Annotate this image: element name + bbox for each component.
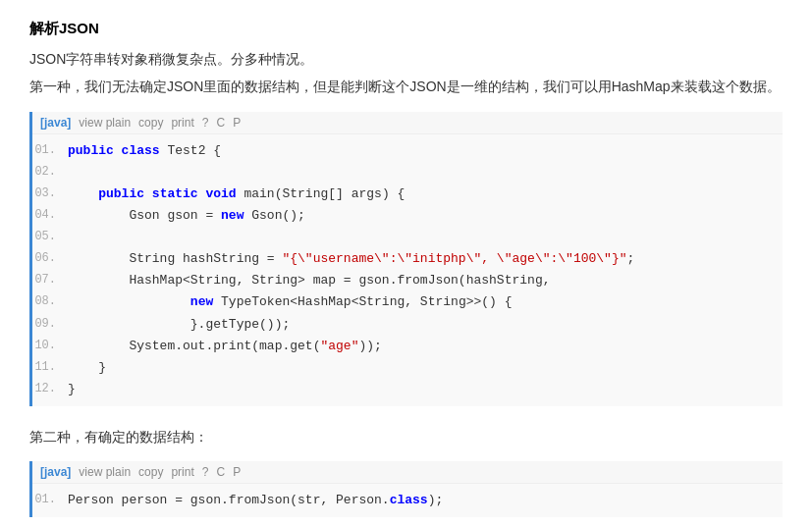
refresh-btn-2[interactable]: C [216, 465, 225, 479]
line-code: public class Test2 { [68, 140, 783, 162]
lang-tag-2: [java] [40, 465, 71, 479]
line-code: HashMap<String, String> map = gson.fromJ… [68, 270, 783, 291]
code-line: 08. new TypeToken<HashMap<String, String… [32, 291, 783, 313]
code-area-2: 01. Person person = gson.fromJson(str, P… [32, 484, 783, 517]
line-code: System.out.print(map.get("age")); [68, 336, 783, 357]
question-btn-1[interactable]: ? [202, 116, 209, 130]
code-block-1: [java] view plain copy print ? C P 01. p… [29, 112, 783, 406]
copy-btn-1[interactable]: copy [138, 116, 163, 130]
code-line: 04. Gson gson = new Gson(); [32, 205, 783, 227]
code-line: 03. public static void main(String[] arg… [32, 184, 783, 205]
code-line: 05. [32, 227, 783, 248]
line-num: 04. [32, 205, 68, 227]
line-code: }.getType()); [68, 314, 783, 336]
view-plain-btn-2[interactable]: view plain [79, 465, 131, 479]
code-line: 12. } [32, 379, 783, 400]
view-plain-btn-1[interactable]: view plain [79, 116, 131, 130]
line-code [68, 162, 783, 184]
line-num: 11. [32, 357, 68, 379]
lang-tag-1: [java] [40, 116, 71, 130]
code-line: 10. System.out.print(map.get("age")); [32, 336, 783, 357]
code-toolbar-2: [java] view plain copy print ? C P [32, 461, 783, 484]
code-line: 01. public class Test2 { [32, 140, 783, 162]
line-num: 12. [32, 379, 68, 400]
line-num: 06. [32, 248, 68, 270]
line-code: } [68, 379, 783, 400]
code-area-1: 01. public class Test2 { 02. 03. public … [32, 134, 783, 406]
line-num: 02. [32, 162, 68, 184]
code-line: 01. Person person = gson.fromJson(str, P… [32, 490, 783, 511]
line-code: Gson gson = new Gson(); [68, 205, 783, 227]
line-num: 09. [32, 314, 68, 336]
line-num: 01. [32, 140, 68, 162]
question-btn-2[interactable]: ? [202, 465, 209, 479]
line-code: new TypeToken<HashMap<String, String>>()… [68, 291, 783, 313]
section2-title: 第二种，有确定的数据结构： [29, 426, 783, 447]
line-code: public static void main(String[] args) { [68, 184, 783, 205]
line-num: 01. [32, 490, 68, 511]
code-line: 06. String hashString = "{\"username\":\… [32, 248, 783, 270]
code-block-2: [java] view plain copy print ? C P 01. P… [29, 461, 783, 517]
refresh-btn-1[interactable]: C [216, 116, 225, 130]
line-code: Person person = gson.fromJson(str, Perso… [68, 490, 783, 511]
code-line: 07. HashMap<String, String> map = gson.f… [32, 270, 783, 291]
line-code: String hashString = "{\"username\":\"ini… [68, 248, 783, 270]
line-num: 10. [32, 336, 68, 357]
line-num: 03. [32, 184, 68, 205]
line-code [68, 227, 783, 248]
print-btn-2[interactable]: print [171, 465, 193, 479]
intro-text-2: 第一种，我们无法确定JSON里面的数据结构，但是能判断这个JSON是一维的结构，… [29, 76, 783, 97]
pipe-btn-1[interactable]: P [233, 116, 241, 130]
print-btn-1[interactable]: print [171, 116, 193, 130]
code-line: 09. }.getType()); [32, 314, 783, 336]
code-line: 11. } [32, 357, 783, 379]
code-line: 02. [32, 162, 783, 184]
pipe-btn-2[interactable]: P [233, 465, 241, 479]
line-num: 08. [32, 291, 68, 313]
line-num: 07. [32, 270, 68, 291]
code-toolbar-1: [java] view plain copy print ? C P [32, 112, 783, 134]
line-code: } [68, 357, 783, 379]
copy-btn-2[interactable]: copy [138, 465, 163, 479]
intro-text-1: JSON字符串转对象稍微复杂点。分多种情况。 [29, 48, 783, 70]
page-title: 解析JSON [29, 20, 783, 38]
line-num: 05. [32, 227, 68, 248]
